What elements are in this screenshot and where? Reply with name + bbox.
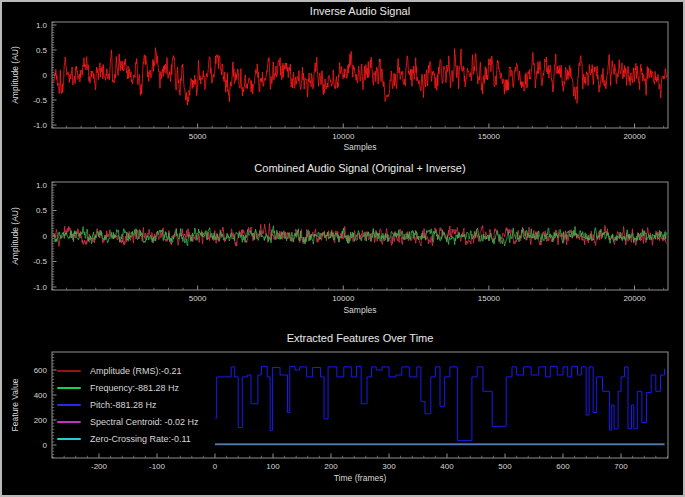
y-tick-label: 0 bbox=[43, 71, 48, 80]
x-tick-label: 400 bbox=[440, 462, 454, 471]
legend-item-pitch: Pitch:-881.28 Hz bbox=[57, 396, 199, 413]
y-tick-label: 600 bbox=[34, 366, 48, 375]
y-tick-label: 200 bbox=[34, 416, 48, 425]
inverse-audio-waveform bbox=[54, 48, 667, 105]
y-tick-label: 1.0 bbox=[36, 21, 48, 30]
x-tick-label: 5000 bbox=[189, 294, 207, 303]
x-tick-label: 700 bbox=[614, 462, 628, 471]
x-tick-label: 5000 bbox=[189, 132, 207, 141]
chart-title-inverse-signal: Inverse Audio Signal bbox=[52, 5, 668, 17]
y-axis-ticks: 0200400600 bbox=[34, 354, 57, 457]
y-tick-label: 0 bbox=[43, 441, 48, 450]
legend-label-zero-crossing: Zero-Crossing Rate:-0.11 bbox=[90, 434, 191, 444]
y-tick-label: -1.0 bbox=[33, 121, 47, 130]
x-tick-label: 15000 bbox=[478, 294, 501, 303]
y-tick-label: 400 bbox=[34, 391, 48, 400]
y-axis-ticks: 1.00.50-0.5-1.0 bbox=[33, 181, 56, 292]
legend-label-spectral-centroid: Spectral Centroid: -0.02 Hz bbox=[90, 417, 199, 427]
legend-line-swatch-zero-crossing bbox=[57, 438, 81, 440]
x-axis-ticks: -200-1000100200300400500600700 bbox=[53, 454, 668, 471]
subplot-1: 50001000015000200001.00.50-0.5-1.0 bbox=[33, 181, 668, 303]
legend-label-frequency: Frequency:-881.28 Hz bbox=[90, 383, 179, 393]
y-axis-label-amplitude-2: Amplitude (AU) bbox=[10, 207, 20, 265]
x-tick-label: 100 bbox=[266, 462, 280, 471]
x-axis-label-samples-2: Samples bbox=[52, 306, 668, 315]
y-tick-label: 1.0 bbox=[36, 181, 48, 190]
y-tick-label: -0.5 bbox=[33, 257, 47, 266]
x-tick-label: 500 bbox=[498, 462, 512, 471]
legend-label-pitch: Pitch:-881.28 Hz bbox=[90, 400, 157, 410]
legend-item-frequency: Frequency:-881.28 Hz bbox=[57, 379, 199, 396]
y-axis-label-amplitude-1: Amplitude (AU) bbox=[10, 46, 20, 104]
x-tick-label: 200 bbox=[324, 462, 338, 471]
legend-label-amplitude: Amplitude (RMS):-0.21 bbox=[90, 366, 182, 376]
legend-item-spectral-centroid: Spectral Centroid: -0.02 Hz bbox=[57, 413, 199, 430]
y-tick-label: 0.5 bbox=[36, 206, 48, 215]
pitch-line bbox=[215, 366, 665, 440]
x-tick-label: -100 bbox=[149, 462, 166, 471]
legend-line-swatch-frequency bbox=[57, 387, 81, 389]
x-axis-label-samples-1: Samples bbox=[52, 143, 668, 152]
y-tick-label: 0.5 bbox=[36, 46, 48, 55]
x-tick-label: 15000 bbox=[478, 132, 501, 141]
x-axis-ticks: 5000100001500020000 bbox=[52, 124, 664, 141]
x-tick-label: -200 bbox=[91, 462, 108, 471]
legend-line-swatch-spectral-centroid bbox=[57, 421, 81, 423]
x-axis-ticks: 5000100001500020000 bbox=[52, 286, 664, 303]
legend: Amplitude (RMS):-0.21 Frequency:-881.28 … bbox=[57, 362, 199, 447]
y-tick-label: 0 bbox=[43, 232, 48, 241]
x-tick-label: 10000 bbox=[332, 294, 355, 303]
original-waveform bbox=[54, 224, 667, 247]
figure-window: 50001000015000200001.00.50-0.5-1.0500010… bbox=[0, 0, 685, 497]
subplot-0: 50001000015000200001.00.50-0.5-1.0 bbox=[33, 21, 668, 141]
legend-item-amplitude-rms: Amplitude (RMS):-0.21 bbox=[57, 362, 199, 379]
chart-title-combined-signal: Combined Audio Signal (Original + Invers… bbox=[52, 162, 668, 174]
y-axis-ticks: 1.00.50-0.5-1.0 bbox=[33, 21, 56, 130]
x-tick-label: 10000 bbox=[332, 132, 355, 141]
y-tick-label: -0.5 bbox=[33, 96, 47, 105]
x-tick-label: 20000 bbox=[623, 132, 646, 141]
x-tick-label: 0 bbox=[213, 462, 218, 471]
x-tick-label: 300 bbox=[382, 462, 396, 471]
x-tick-label: 20000 bbox=[623, 294, 646, 303]
legend-line-swatch-amplitude bbox=[57, 370, 81, 372]
x-axis-label-time-frames: Time (frames) bbox=[52, 474, 668, 483]
y-axis-label-feature-value: Feature Value bbox=[10, 379, 20, 432]
legend-item-zero-crossing: Zero-Crossing Rate:-0.11 bbox=[57, 430, 199, 447]
y-tick-label: -1.0 bbox=[33, 283, 47, 292]
chart-title-extracted-features: Extracted Features Over Time bbox=[52, 332, 668, 344]
x-tick-label: 600 bbox=[556, 462, 570, 471]
legend-line-swatch-pitch bbox=[57, 404, 81, 406]
